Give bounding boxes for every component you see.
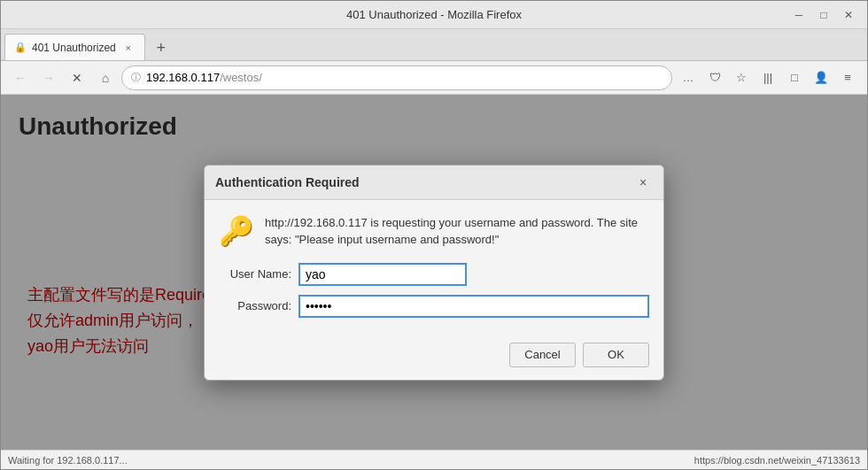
tab-close-button[interactable]: × <box>121 41 136 55</box>
password-row: Password: <box>219 295 649 318</box>
tab-bar: 🔒 401 Unauthorized × + <box>1 29 867 61</box>
browser-tab[interactable]: 🔒 401 Unauthorized × <box>4 34 145 60</box>
username-label: User Name: <box>219 267 298 281</box>
bookmark-icon[interactable]: ☆ <box>729 65 754 90</box>
dialog-title: Authentication Required <box>215 175 360 189</box>
password-input[interactable] <box>298 295 649 318</box>
reload-button[interactable]: ✕ <box>65 65 89 90</box>
profile-icon[interactable]: 👤 <box>809 65 833 90</box>
tab-favicon: 🔒 <box>14 42 27 53</box>
status-bar: Waiting for 192.168.0.117... https://blo… <box>1 450 867 469</box>
window-title: 401 Unauthorized - Mozilla Firefox <box>346 8 522 21</box>
status-right: https://blog.csdn.net/weixin_47133613 <box>694 455 860 466</box>
back-button[interactable]: ← <box>8 65 33 90</box>
dialog-message-text: http://192.168.0.117 is requesting your … <box>265 214 649 249</box>
dialog-buttons: Cancel OK <box>205 334 663 380</box>
ok-button[interactable]: OK <box>583 343 649 367</box>
address-host: 192.168.0.117 <box>146 71 220 84</box>
dialog-close-button[interactable]: × <box>633 173 653 192</box>
modal-overlay: Authentication Required × 🔑 http://192.1… <box>1 95 867 450</box>
window-controls: ─ □ ✕ <box>787 1 860 28</box>
nav-icons-right: … 🛡 ☆ ||| □ 👤 ≡ <box>676 65 860 90</box>
menu-icon[interactable]: ≡ <box>835 65 860 90</box>
more-icon[interactable]: … <box>676 65 701 90</box>
shield-icon[interactable]: 🛡 <box>702 65 727 90</box>
username-row: User Name: <box>219 263 649 286</box>
address-text: 192.168.0.117/westos/ <box>146 71 663 84</box>
tab-label: 401 Unauthorized <box>32 42 116 54</box>
address-path: /westos/ <box>220 71 262 84</box>
dialog-title-bar: Authentication Required × <box>205 166 663 200</box>
maximize-button[interactable]: □ <box>812 4 835 27</box>
auth-dialog: Authentication Required × 🔑 http://192.1… <box>204 165 664 381</box>
title-bar: 401 Unauthorized - Mozilla Firefox ─ □ ✕ <box>1 1 867 29</box>
security-icon: ⓘ <box>131 71 141 84</box>
close-window-button[interactable]: ✕ <box>837 4 860 27</box>
browser-window: 401 Unauthorized - Mozilla Firefox ─ □ ✕… <box>0 0 868 470</box>
key-icon: 🔑 <box>219 214 254 249</box>
new-tab-button[interactable]: + <box>149 35 174 60</box>
username-input[interactable] <box>298 263 467 286</box>
dialog-body: 🔑 http://192.168.0.117 is requesting you… <box>205 200 663 334</box>
status-left: Waiting for 192.168.0.117... <box>8 455 128 466</box>
password-label: Password: <box>219 299 298 312</box>
forward-button[interactable]: → <box>36 65 61 90</box>
address-bar[interactable]: ⓘ 192.168.0.117/westos/ <box>121 65 672 90</box>
nav-bar: ← → ✕ ⌂ ⓘ 192.168.0.117/westos/ … 🛡 ☆ ||… <box>1 61 867 95</box>
page-content: Unauthorized 主配置文件写的是Require user admin,… <box>1 95 867 450</box>
minimize-button[interactable]: ─ <box>787 4 810 27</box>
reader-mode-icon[interactable]: ||| <box>756 65 780 90</box>
pocket-icon[interactable]: □ <box>782 65 807 90</box>
home-button[interactable]: ⌂ <box>93 65 118 90</box>
cancel-button[interactable]: Cancel <box>509 343 576 367</box>
dialog-message-row: 🔑 http://192.168.0.117 is requesting you… <box>219 214 649 249</box>
